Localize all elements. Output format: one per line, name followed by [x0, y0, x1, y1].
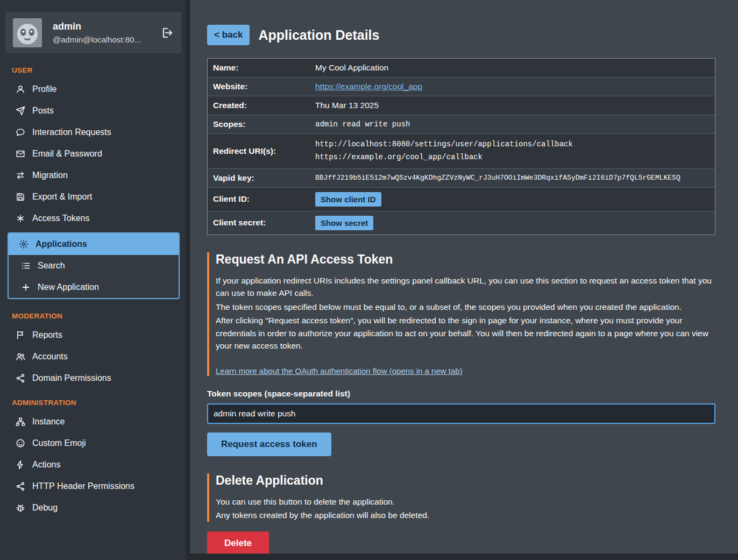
detail-row-scopes: Scopes: admin read write push: [208, 115, 715, 134]
paper-plane-icon: [15, 106, 26, 116]
sidebar-item-access-tokens[interactable]: Access Tokens: [0, 208, 186, 229]
section-label-user: USER: [0, 56, 186, 79]
detail-label: Website:: [208, 77, 310, 96]
sidebar-item-label: Export & Import: [32, 192, 92, 202]
detail-row-name: Name: My Cool Application: [208, 59, 715, 77]
sidebar-item-custom-emoji[interactable]: Custom Emoji: [0, 433, 186, 454]
sidebar-item-interaction-requests[interactable]: Interaction Requests: [0, 122, 186, 143]
oauth-docs-link[interactable]: Learn more about the OAuth authenticatio…: [216, 366, 463, 375]
transfer-arrows-icon: [15, 171, 26, 180]
detail-value: Thu Mar 13 2025: [310, 96, 715, 115]
detail-label: Client ID:: [208, 190, 310, 208]
sidebar-item-posts[interactable]: Posts: [0, 100, 186, 122]
delete-application-section: Delete Application You can use this butt…: [207, 473, 715, 522]
certificate-icon: [15, 214, 26, 223]
sidebar-item-label: Custom Emoji: [32, 438, 86, 448]
main-panel: < back Application Details Name: My Cool…: [190, 0, 738, 554]
sidebar-item-label: Actions: [32, 460, 60, 470]
sidebar-item-label: Applications: [36, 239, 87, 249]
user-card: admin @admin@localhost:80...: [5, 12, 181, 53]
request-access-token-button[interactable]: Request access token: [207, 433, 331, 456]
detail-row-client-secret: Client secret: Show secret: [208, 211, 715, 235]
sidebar-item-export-import[interactable]: Export & Import: [0, 186, 186, 208]
sidebar-item-applications-search[interactable]: Search: [9, 255, 179, 277]
page-title: Application Details: [258, 27, 379, 43]
sidebar-item-instance[interactable]: Instance: [0, 411, 186, 433]
sidebar-item-domain-permissions[interactable]: Domain Permissions: [0, 367, 186, 389]
flag-icon: [15, 330, 26, 340]
token-scopes-input[interactable]: [207, 403, 715, 424]
detail-value: admin read write push: [310, 116, 715, 133]
sidebar-item-label: Posts: [32, 106, 54, 116]
sidebar-item-label: Debug: [32, 503, 58, 513]
sidebar-item-accounts[interactable]: Accounts: [0, 346, 186, 367]
section-label-administration: ADMINISTRATION: [0, 389, 186, 411]
sidebar-item-debug[interactable]: Debug: [0, 497, 186, 519]
sidebar-item-label: Migration: [32, 171, 68, 180]
page-header: < back Application Details: [207, 25, 715, 45]
detail-value: My Cool Application: [310, 59, 715, 77]
sidebar-item-reports[interactable]: Reports: [0, 324, 186, 346]
delete-button[interactable]: Delete: [207, 531, 269, 554]
detail-value: http://localhost:8080/settings/user/appl…: [310, 134, 715, 168]
request-token-title: Request An API Access Token: [216, 252, 715, 267]
delete-application-title: Delete Application: [216, 473, 715, 488]
sidebar-item-label: Interaction Requests: [32, 127, 111, 137]
sidebar-item-applications[interactable]: Applications: [9, 233, 179, 255]
sidebar-item-label: HTTP Header Permissions: [32, 481, 134, 491]
sidebar-item-actions[interactable]: Actions: [0, 454, 186, 476]
detail-label: Vapid key:: [208, 169, 310, 187]
tools-icon: [18, 239, 29, 249]
plus-icon: [20, 282, 31, 292]
website-link[interactable]: https://example.org/cool_app: [315, 82, 422, 91]
detail-row-created: Created: Thu Mar 13 2025: [208, 96, 715, 115]
token-scopes-label: Token scopes (space-separated list): [207, 389, 715, 399]
user-handle: @admin@localhost:80...: [53, 35, 150, 44]
users-icon: [15, 352, 26, 361]
request-token-paragraph: If your application redirect URIs includ…: [216, 274, 715, 300]
sidebar-item-migration[interactable]: Migration: [0, 165, 186, 186]
save-icon: [15, 192, 26, 202]
comment-icon: [15, 127, 26, 137]
user-name: admin: [53, 21, 150, 32]
share-nodes-icon: [15, 481, 26, 491]
sidebar-item-label: Accounts: [32, 352, 68, 361]
request-token-paragraph: The token scopes specified below must be…: [216, 301, 715, 314]
application-details-table: Name: My Cool Application Website: https…: [207, 58, 715, 235]
applications-group: Applications Search New Application: [8, 232, 180, 299]
detail-value: BBJffJ219b5iE512m7wQSzv4KgKDhgZZVzNyWC_r…: [310, 169, 715, 186]
sidebar-item-label: Profile: [32, 84, 56, 94]
sidebar-item-label: New Application: [38, 282, 99, 292]
user-meta: admin @admin@localhost:80...: [53, 21, 150, 44]
avatar: [13, 18, 42, 47]
list-icon: [20, 261, 31, 271]
detail-row-vapid-key: Vapid key: BBJffJ219b5iE512m7wQSzv4KgKDh…: [208, 169, 715, 188]
detail-row-redirect-uris: Redirect URI(s): http://localhost:8080/s…: [208, 134, 715, 169]
sidebar-item-profile[interactable]: Profile: [0, 79, 186, 100]
sidebar-item-label: Access Tokens: [32, 214, 89, 223]
sidebar-item-email-password[interactable]: Email & Password: [0, 143, 186, 165]
sidebar-item-label: Search: [38, 261, 65, 271]
sidebar-item-new-application[interactable]: New Application: [9, 277, 179, 298]
sidebar: admin @admin@localhost:80... USER Profil…: [0, 0, 186, 560]
delete-application-text: You can use this button to delete the ap…: [216, 495, 715, 508]
sidebar-item-label: Domain Permissions: [32, 373, 111, 383]
request-token-section: Request An API Access Token If your appl…: [207, 252, 715, 376]
sidebar-item-label: Email & Password: [32, 149, 102, 159]
detail-label: Client secret:: [208, 214, 310, 232]
show-secret-button[interactable]: Show secret: [315, 216, 373, 230]
detail-label: Scopes:: [208, 115, 310, 133]
back-button[interactable]: < back: [207, 25, 250, 45]
detail-label: Created:: [208, 96, 310, 115]
bolt-icon: [15, 460, 26, 470]
share-nodes-icon: [15, 373, 26, 383]
sitemap-icon: [15, 417, 26, 427]
smiley-icon: [15, 438, 26, 448]
show-client-id-button[interactable]: Show client ID: [315, 192, 381, 207]
bug-icon: [15, 503, 26, 513]
detail-label: Name:: [208, 59, 310, 77]
detail-row-client-id: Client ID: Show client ID: [208, 188, 715, 211]
logout-icon[interactable]: [161, 26, 174, 39]
sidebar-item-http-header-permissions[interactable]: HTTP Header Permissions: [0, 476, 186, 497]
detail-row-website: Website: https://example.org/cool_app: [208, 77, 715, 96]
